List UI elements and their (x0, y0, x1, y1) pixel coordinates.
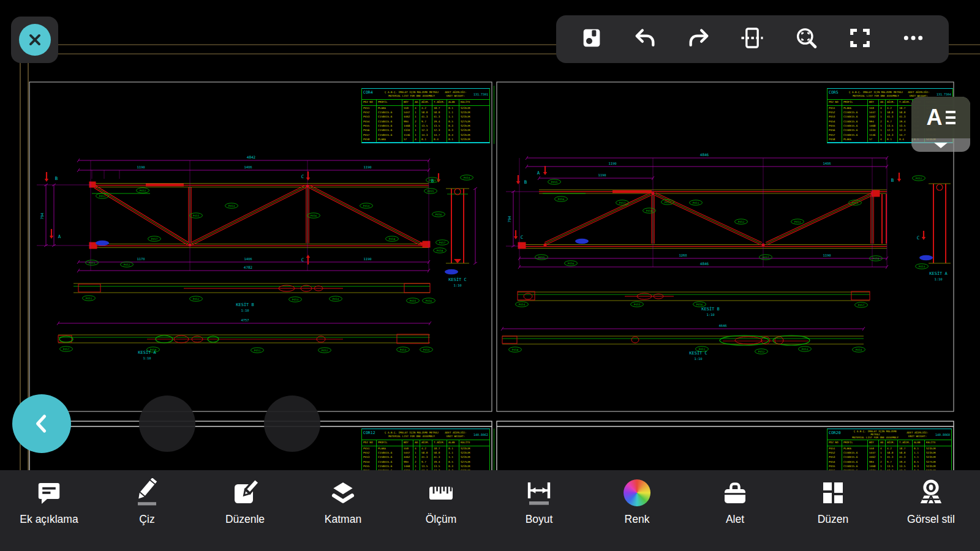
cad-viewport[interactable]: 484211901486119079411781486119047824757B… (0, 0, 980, 470)
back-button[interactable] (12, 394, 71, 453)
svg-text:P454: P454 (852, 201, 859, 204)
svg-text:P458: P458 (389, 238, 396, 241)
bom-row: P455C150X15.61468113.513.50.3S235JR (362, 124, 489, 128)
toolbar-item-color[interactable]: Renk (588, 470, 686, 551)
toolbar-item-measure[interactable]: Ölçüm (392, 470, 490, 551)
svg-text:B: B (524, 179, 527, 185)
pencil-icon (132, 478, 162, 508)
bom-row: P454C150X15.699429.719.40.5S275JR (827, 460, 951, 464)
svg-text:1486: 1486 (244, 257, 252, 261)
toolbar-item-dimension[interactable]: Boyut (490, 470, 588, 551)
svg-text:1178: 1178 (137, 257, 145, 261)
layout-icon (818, 478, 848, 508)
measure-tool-button[interactable] (139, 395, 195, 452)
svg-text:P457: P457 (439, 241, 446, 244)
svg-text:P454: P454 (333, 298, 339, 301)
svg-text:4646: 4646 (718, 324, 726, 328)
svg-text:4782: 4782 (244, 265, 253, 269)
more-icon (901, 26, 925, 53)
redo-button[interactable] (685, 26, 712, 53)
svg-text:P454: P454 (423, 348, 430, 351)
section-button[interactable] (739, 26, 766, 53)
line-tool-button[interactable] (264, 395, 320, 452)
bottom-toolbar: Ek açıklama Çiz Düzenle Katman Ölçüm Boy… (0, 470, 980, 551)
svg-text:1:10: 1:10 (934, 277, 942, 281)
bom-row: P455C150X15.61468113.513.50.3S235JR (362, 464, 489, 468)
toolbar-item-edit[interactable]: Düzenle (196, 470, 294, 551)
zoom-window-button[interactable] (793, 26, 820, 53)
svg-text:P452: P452 (322, 349, 328, 352)
chevron-left-icon (28, 410, 55, 437)
layers-icon (328, 478, 358, 508)
toolbar-item-annotation[interactable]: Ek açıklama (0, 470, 98, 551)
bom-row: P451PLAKA55044.218.70.1S235JR (827, 446, 951, 451)
toolbar-item-label: Alet (726, 513, 744, 526)
bom-row: P452C150X15.65447158.058.01.1S235JR (362, 451, 489, 455)
svg-text:P453: P453 (794, 220, 801, 223)
toolbar-item-layout[interactable]: Düzen (784, 470, 882, 551)
bom-row: P452C150X15.65447158.058.01.1S235JR (362, 110, 489, 114)
svg-text:P451: P451 (89, 261, 96, 264)
svg-text:P455: P455 (410, 299, 417, 302)
close-button[interactable] (11, 17, 58, 63)
svg-text:P453: P453 (292, 298, 299, 301)
bom-row: P453C150X15.64462141.341.31.1S235JR (827, 455, 951, 459)
svg-text:P452: P452 (758, 350, 765, 353)
toolbar-item-draw[interactable]: Çiz (98, 470, 196, 551)
color-wheel-icon (622, 478, 652, 508)
svg-text:P458: P458 (646, 209, 653, 212)
cad-canvas[interactable]: 484211901486119079411781486119047824757B… (0, 0, 980, 470)
svg-text:1190: 1190 (598, 173, 606, 177)
annotation-icon (34, 478, 64, 508)
svg-text:KESİT C: KESİT C (689, 350, 707, 356)
assembly-name: COR12 (362, 429, 383, 440)
toolbar-item-tools[interactable]: Alet (686, 470, 784, 551)
svg-text:P453: P453 (429, 179, 436, 182)
svg-text:P455: P455 (538, 256, 545, 259)
toolbar-item-layers[interactable]: Katman (294, 470, 392, 551)
svg-text:P458: P458 (873, 257, 880, 260)
save-button[interactable] (578, 26, 605, 53)
text-style-button[interactable]: A (911, 97, 970, 152)
text-style-label: A (927, 107, 943, 129)
svg-text:P451: P451 (254, 349, 261, 352)
svg-text:A: A (537, 170, 540, 176)
assembly-name: COR5 (827, 89, 848, 99)
unit-weight-value: 140.8062 (471, 433, 489, 437)
close-icon (19, 24, 51, 56)
svg-text:B: B (55, 176, 58, 181)
svg-text:P455: P455 (193, 214, 200, 217)
toolbar-item-visual-style[interactable]: Görsel stil (882, 470, 980, 551)
svg-text:P454: P454 (519, 303, 526, 306)
svg-text:P453: P453 (400, 348, 407, 351)
text-style-collapse[interactable] (911, 138, 970, 152)
svg-text:1:10: 1:10 (706, 313, 714, 317)
top-toolbar (556, 15, 949, 63)
zoom-window-icon (794, 26, 818, 53)
edit-icon (230, 478, 260, 508)
toolbar-item-label: Katman (325, 513, 361, 526)
svg-text:C: C (301, 257, 304, 263)
bom-row: P451PLAKA55044.218.70.1S235JR (362, 446, 489, 451)
more-button[interactable] (900, 26, 927, 53)
undo-button[interactable] (631, 26, 658, 53)
redo-icon (687, 26, 711, 53)
svg-text:794: 794 (40, 212, 44, 219)
dimension-icon (524, 478, 554, 508)
bom-row: P455C150X15.61468113.513.50.3S235JR (827, 464, 951, 468)
svg-text:KESİT B: KESİT B (236, 302, 254, 307)
svg-text:C: C (301, 174, 304, 179)
toolbar-item-label: Görsel stil (907, 513, 955, 526)
svg-text:4757: 4757 (241, 318, 249, 322)
svg-text:1:10: 1:10 (694, 357, 702, 361)
bom-row: P453C150X15.64462141.341.31.1S235JR (362, 455, 489, 459)
section-icon (740, 26, 764, 53)
text-style-icon: A (911, 97, 970, 138)
svg-text:1190: 1190 (363, 165, 371, 169)
svg-text:P457: P457 (763, 256, 769, 259)
fullscreen-button[interactable] (846, 26, 873, 53)
ruler-icon (426, 478, 456, 508)
toolbox-icon (720, 478, 750, 508)
bom-table: COR12Ç A.B.Ç. İMALAT İÇİN MALZEME METRAJ… (361, 429, 490, 470)
svg-text:1:10: 1:10 (453, 283, 461, 287)
